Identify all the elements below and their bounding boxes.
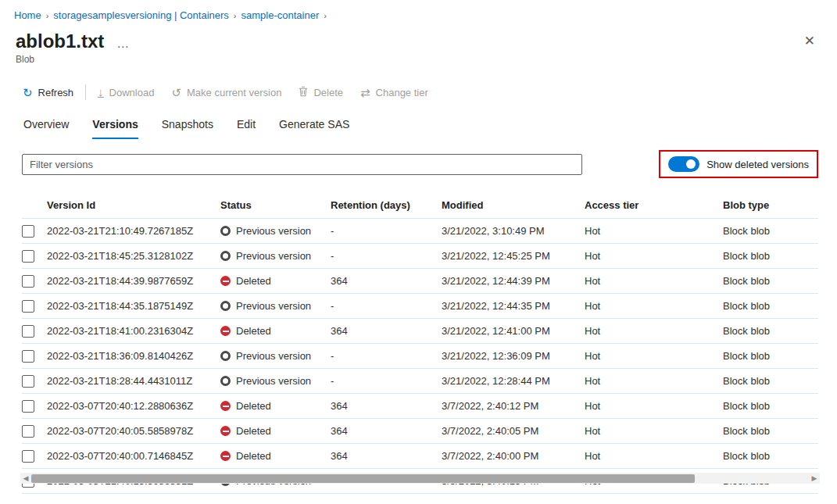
horizontal-scrollbar[interactable]: ◀ ▶ <box>20 473 820 484</box>
blob-type-cell: Block blob <box>723 350 818 362</box>
tab-edit[interactable]: Edit <box>237 118 256 139</box>
table-row[interactable]: 2022-03-07T20:40:05.5858978Z Deleted 364… <box>22 419 818 444</box>
delete-label: Delete <box>313 87 343 98</box>
table-row[interactable]: 2022-03-21T21:10:49.7267185Z Previous ve… <box>22 219 818 244</box>
row-checkbox[interactable] <box>22 225 34 238</box>
breadcrumb-link-container[interactable]: sample-container <box>241 9 320 21</box>
row-checkbox[interactable] <box>22 275 34 288</box>
close-icon[interactable]: ✕ <box>804 33 815 49</box>
refresh-icon: ↻ <box>23 87 33 98</box>
retention-cell: 364 <box>331 325 442 337</box>
change-tier-button[interactable]: ⇄ Change tier <box>352 87 437 98</box>
breadcrumb-link-home[interactable]: Home <box>14 9 41 21</box>
show-deleted-versions-highlight: Show deleted versions <box>659 150 818 178</box>
breadcrumb-link-storage-account[interactable]: storagesamplesversioning | Containers <box>53 9 229 21</box>
version-id-cell: 2022-03-21T18:28:44.4431011Z <box>47 375 220 387</box>
make-current-version-icon: ↺ <box>171 87 181 98</box>
status-label: Deleted <box>236 425 271 437</box>
deleted-icon <box>220 451 231 461</box>
row-checkbox[interactable] <box>22 450 34 463</box>
make-current-version-button[interactable]: ↺ Make current version <box>163 87 290 98</box>
scroll-left-icon[interactable]: ◀ <box>20 473 31 484</box>
table-row[interactable]: 2022-03-21T18:44:39.9877659Z Deleted 364… <box>22 269 818 294</box>
modified-cell: 3/21/2022, 12:44:39 PM <box>442 275 585 287</box>
tab-snapshots[interactable]: Snapshots <box>162 118 213 139</box>
table-row[interactable]: 2022-03-21T18:36:09.8140426Z Previous ve… <box>22 344 818 369</box>
retention-cell: - <box>331 225 442 237</box>
table-row[interactable]: 2022-03-21T18:44:35.1875149Z Previous ve… <box>22 294 818 319</box>
access-tier-cell: Hot <box>585 450 723 462</box>
chevron-right-icon: › <box>324 11 327 20</box>
change-tier-label: Change tier <box>376 87 428 98</box>
scrollbar-thumb[interactable] <box>31 474 695 483</box>
delete-button[interactable]: Delete <box>290 86 352 98</box>
column-header-access-tier[interactable]: Access tier <box>585 199 723 211</box>
retention-cell: 364 <box>331 275 442 287</box>
version-id-cell: 2022-03-07T20:40:12.2880636Z <box>47 400 220 412</box>
access-tier-cell: Hot <box>585 325 723 337</box>
blob-type-cell: Block blob <box>723 275 818 287</box>
command-bar: ↻ Refresh ↓ Download ↺ Make current vers… <box>14 79 837 105</box>
status-label: Deleted <box>236 450 271 462</box>
status-label: Previous version <box>236 350 311 362</box>
more-actions-button[interactable]: … <box>116 37 131 51</box>
access-tier-cell: Hot <box>585 250 723 262</box>
page-title: ablob1.txt <box>16 30 104 52</box>
access-tier-cell: Hot <box>585 425 723 437</box>
row-checkbox[interactable] <box>22 300 34 313</box>
blob-type-cell: Block blob <box>723 375 818 387</box>
access-tier-cell: Hot <box>585 375 723 387</box>
row-checkbox[interactable] <box>22 250 34 263</box>
modified-cell: 3/21/2022, 12:45:25 PM <box>442 250 585 262</box>
chevron-right-icon: › <box>46 11 49 20</box>
modified-cell: 3/7/2022, 2:40:00 PM <box>442 450 585 462</box>
scroll-right-icon[interactable]: ▶ <box>809 473 820 484</box>
blob-type-cell: Block blob <box>723 250 818 262</box>
access-tier-cell: Hot <box>585 400 723 412</box>
previous-version-icon <box>220 226 231 236</box>
version-id-cell: 2022-03-21T18:44:35.1875149Z <box>47 300 220 312</box>
column-header-modified[interactable]: Modified <box>442 199 585 211</box>
row-checkbox[interactable] <box>22 350 34 363</box>
row-checkbox[interactable] <box>22 425 34 438</box>
previous-version-icon <box>220 376 231 386</box>
column-header-version-id[interactable]: Version Id <box>47 199 220 211</box>
column-header-retention[interactable]: Retention (days) <box>331 199 442 211</box>
row-checkbox[interactable] <box>22 375 34 388</box>
filter-versions-input[interactable] <box>22 154 582 175</box>
access-tier-cell: Hot <box>585 300 723 312</box>
show-deleted-versions-toggle[interactable] <box>668 156 699 172</box>
version-id-cell: 2022-03-07T20:40:05.5858978Z <box>47 425 220 437</box>
table-row[interactable]: 2022-03-21T18:45:25.3128102Z Previous ve… <box>22 244 818 269</box>
chevron-right-icon: › <box>234 11 237 20</box>
deleted-icon <box>220 326 231 336</box>
column-header-status[interactable]: Status <box>220 199 331 211</box>
column-header-blob-type[interactable]: Blob type <box>723 199 818 211</box>
modified-cell: 3/21/2022, 12:36:09 PM <box>442 350 585 362</box>
access-tier-cell: Hot <box>585 275 723 287</box>
tab-versions[interactable]: Versions <box>92 118 138 139</box>
row-checkbox[interactable] <box>22 400 34 413</box>
table-row[interactable]: 2022-03-21T18:28:44.4431011Z Previous ve… <box>22 369 818 394</box>
blob-type-cell: Block blob <box>723 325 818 337</box>
resource-type-label: Blob <box>0 54 837 65</box>
status-label: Previous version <box>236 300 311 312</box>
tab-overview[interactable]: Overview <box>23 118 69 139</box>
deleted-icon <box>220 426 231 436</box>
access-tier-cell: Hot <box>585 350 723 362</box>
table-body: 2022-03-21T21:10:49.7267185Z Previous ve… <box>22 219 818 494</box>
blob-type-cell: Block blob <box>723 300 818 312</box>
table-row[interactable]: 2022-03-21T18:41:00.2316304Z Deleted 364… <box>22 319 818 344</box>
modified-cell: 3/21/2022, 12:41:00 PM <box>442 325 585 337</box>
tab-generate-sas[interactable]: Generate SAS <box>279 118 349 139</box>
table-row[interactable]: 2022-03-07T20:40:12.2880636Z Deleted 364… <box>22 394 818 419</box>
download-button[interactable]: ↓ Download <box>89 87 163 98</box>
retention-cell: - <box>331 300 442 312</box>
row-checkbox[interactable] <box>22 325 34 338</box>
download-label: Download <box>109 87 155 98</box>
retention-cell: 364 <box>331 450 442 462</box>
tab-bar: Overview Versions Snapshots Edit Generat… <box>0 118 837 139</box>
refresh-button[interactable]: ↻ Refresh <box>14 87 82 98</box>
table-row[interactable]: 2022-03-07T20:40:00.7146845Z Deleted 364… <box>22 444 818 469</box>
access-tier-cell: Hot <box>585 225 723 237</box>
